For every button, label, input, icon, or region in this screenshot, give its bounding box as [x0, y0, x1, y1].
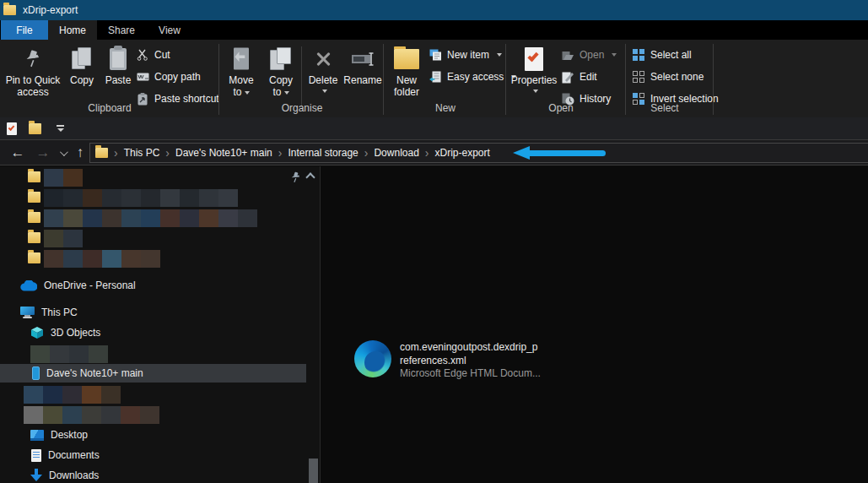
- ribbon: Pin to Quick access Copy Paste: [0, 40, 868, 117]
- easy-access-icon: [429, 70, 442, 84]
- dropdown-caret-icon: [284, 91, 289, 95]
- qat-new-folder-icon[interactable]: [29, 123, 41, 134]
- dropdown-caret-icon: [533, 90, 538, 93]
- select-none-button[interactable]: Select none: [632, 68, 704, 86]
- censored-pixelated-text: [180, 189, 199, 207]
- sidebar-item-3d-objects[interactable]: 3D Objects: [0, 323, 306, 342]
- censored-pixelated-text: [141, 209, 160, 227]
- censored-pixelated-text: [44, 209, 63, 227]
- this-pc-icon: [20, 307, 35, 318]
- sidebar-item-this-pc[interactable]: This PC: [0, 303, 306, 322]
- breadcrumb-separator-icon: ›: [425, 149, 429, 157]
- pin-pane-icon[interactable]: [290, 171, 301, 183]
- forward-icon[interactable]: →: [34, 140, 52, 166]
- censored-pixelated-text: [121, 209, 141, 227]
- dropdown-caret-icon: [612, 53, 617, 57]
- new-item-button[interactable]: New item: [429, 46, 502, 64]
- select-none-icon: [632, 70, 645, 84]
- pushpin-icon: [24, 46, 42, 72]
- chevron-up-icon[interactable]: [307, 174, 314, 181]
- censored-pixelated-text: [140, 406, 159, 424]
- new-item-icon: [429, 48, 442, 62]
- file-tile[interactable]: com.eveningoutpost.dexdrip_p references.…: [354, 340, 582, 383]
- folder-icon[interactable]: [28, 212, 40, 223]
- address-bar[interactable]: › This PC › Dave's Note10+ main › Intern…: [89, 143, 868, 163]
- breadcrumb-device[interactable]: Dave's Note10+ main: [175, 147, 272, 159]
- content-area: OneDrive - Personal This PC 3D Objects D…: [0, 166, 868, 483]
- scissors-icon: [136, 48, 149, 62]
- censored-pixelated-text: [89, 345, 108, 363]
- censored-pixelated-text: [102, 209, 121, 227]
- tab-home[interactable]: Home: [48, 20, 97, 40]
- breadcrumb-download[interactable]: Download: [374, 147, 418, 159]
- rename-icon: [351, 46, 375, 72]
- censored-pixelated-text: [83, 189, 102, 207]
- select-all-button[interactable]: Select all: [632, 46, 692, 64]
- tab-view[interactable]: View: [146, 20, 193, 40]
- window-title: xDrip-export: [23, 4, 78, 16]
- title-bar[interactable]: xDrip-export: [0, 0, 868, 20]
- breadcrumb-this-pc[interactable]: This PC: [124, 147, 160, 159]
- select-all-icon: [632, 48, 645, 62]
- edit-icon: [561, 70, 574, 84]
- downloads-icon: [30, 469, 42, 482]
- breadcrumb-xdrip-export[interactable]: xDrip-export: [435, 147, 490, 159]
- sidebar-item-documents[interactable]: Documents: [0, 446, 306, 464]
- censored-pixelated-text: [44, 189, 63, 207]
- explorer-window: xDrip-export File Home Share View Pin to…: [0, 0, 868, 483]
- move-to-icon: [231, 46, 251, 72]
- file-name-line1: com.eveningoutpost.dexdrip_p: [400, 341, 541, 355]
- file-list-pane: [321, 166, 868, 483]
- address-bar-row: ← → ↑ › This PC › Dave's Note10+ main › …: [0, 140, 868, 166]
- breadcrumb-separator-icon: ›: [114, 149, 118, 157]
- sidebar-item-downloads[interactable]: Downloads: [0, 466, 306, 483]
- breadcrumb-separator-icon: ›: [165, 149, 170, 157]
- censored-pixelated-text: [199, 209, 218, 227]
- censored-pixelated-text: [50, 345, 69, 363]
- censored-pixelated-text: [63, 209, 83, 227]
- recent-locations-chevron-icon[interactable]: [56, 140, 69, 166]
- tab-file[interactable]: File: [1, 20, 48, 40]
- cut-button[interactable]: Cut: [136, 46, 170, 64]
- censored-pixelated-text: [62, 386, 82, 404]
- censored-pixelated-text: [218, 189, 238, 207]
- censored-pixelated-text: [30, 345, 50, 363]
- dropdown-caret-icon: [497, 53, 502, 57]
- group-label-new: New: [386, 102, 504, 116]
- up-icon[interactable]: ↑: [71, 140, 89, 166]
- navigation-pane: OneDrive - Personal This PC 3D Objects D…: [0, 166, 320, 483]
- copy-path-button[interactable]: Copy path: [136, 68, 201, 86]
- file-type: Microsoft Edge HTML Docum...: [400, 367, 541, 381]
- ribbon-tab-bar: File Home Share View: [0, 20, 868, 40]
- copy-path-icon: [136, 70, 149, 84]
- censored-pixelated-text: [44, 169, 63, 187]
- qat-customize-icon[interactable]: [57, 125, 64, 132]
- easy-access-button[interactable]: Easy access: [429, 68, 516, 86]
- folder-icon[interactable]: [28, 171, 40, 182]
- back-icon[interactable]: ←: [8, 140, 27, 166]
- breadcrumb-internal-storage[interactable]: Internal storage: [288, 147, 358, 159]
- censored-pixelated-text: [101, 406, 121, 424]
- open-button[interactable]: Open: [561, 46, 617, 64]
- sidebar-item-desktop[interactable]: Desktop: [0, 426, 306, 444]
- dropdown-caret-icon: [245, 91, 250, 95]
- quick-access-toolbar: [0, 117, 868, 140]
- group-label-clipboard: Clipboard: [51, 102, 169, 116]
- qat-properties-icon[interactable]: [7, 122, 17, 135]
- group-label-organise: Organise: [243, 102, 361, 116]
- folder-icon[interactable]: [28, 232, 40, 243]
- censored-pixelated-text: [69, 345, 89, 363]
- sidebar-item-device[interactable]: Dave's Note10+ main: [0, 364, 306, 383]
- breadcrumb-separator-icon: ›: [278, 149, 283, 157]
- censored-pixelated-text: [102, 250, 121, 268]
- sidebar-scrollbar-thumb[interactable]: [309, 459, 318, 483]
- censored-pixelated-text: [101, 386, 121, 404]
- tab-share[interactable]: Share: [97, 20, 146, 40]
- sidebar-item-onedrive[interactable]: OneDrive - Personal: [0, 276, 306, 295]
- censored-pixelated-text: [24, 406, 43, 424]
- folder-icon[interactable]: [28, 192, 40, 203]
- censored-pixelated-text: [160, 209, 180, 227]
- folder-icon[interactable]: [28, 252, 40, 263]
- edit-button[interactable]: Edit: [561, 68, 597, 86]
- microsoft-edge-icon: [354, 340, 391, 377]
